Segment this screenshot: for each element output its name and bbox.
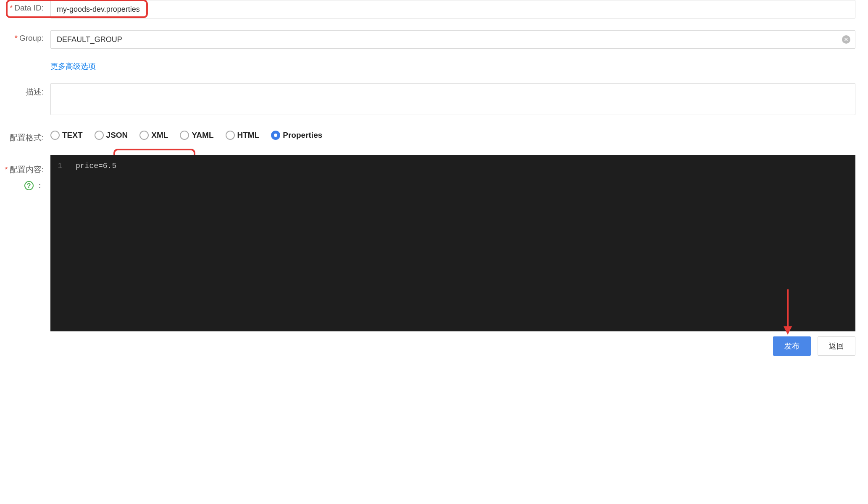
- row-data-id: *Data ID:: [0, 0, 868, 18]
- label-group: *Group:: [0, 30, 50, 43]
- field-format: TEXT JSON XML YAML HTML Properties: [50, 129, 868, 140]
- line-text: price=6.5: [67, 161, 116, 171]
- line-number: 1: [50, 161, 67, 171]
- field-group: ✕: [50, 30, 868, 49]
- radio-circle-icon: [50, 131, 60, 140]
- code-editor[interactable]: 1 price=6.5: [50, 155, 855, 331]
- data-id-input[interactable]: [50, 0, 855, 18]
- radio-circle-icon: [95, 131, 104, 140]
- radio-label-json: JSON: [106, 131, 128, 140]
- back-button[interactable]: 返回: [818, 336, 855, 356]
- label-format: 配置格式:: [0, 129, 50, 143]
- row-description: 描述:: [0, 83, 868, 117]
- field-more-options: 更多高级选项: [50, 60, 868, 71]
- more-options-link[interactable]: 更多高级选项: [50, 60, 96, 71]
- group-input-wrapper: ✕: [50, 30, 855, 49]
- required-marker: *: [15, 34, 18, 42]
- radio-yaml[interactable]: YAML: [180, 131, 213, 140]
- help-colon: ：: [36, 181, 44, 190]
- clear-icon[interactable]: ✕: [842, 35, 850, 44]
- radio-circle-icon: [226, 131, 235, 140]
- field-description: [50, 83, 868, 117]
- radio-html[interactable]: HTML: [226, 131, 260, 140]
- radio-label-yaml: YAML: [192, 131, 213, 140]
- group-input[interactable]: [50, 30, 855, 49]
- group-label-text: Group:: [19, 34, 44, 42]
- spacer-label: [0, 60, 50, 64]
- label-description: 描述:: [0, 83, 50, 97]
- radio-circle-icon: [139, 131, 149, 140]
- field-data-id: [50, 0, 868, 18]
- radio-json[interactable]: JSON: [95, 131, 128, 140]
- format-radio-group: TEXT JSON XML YAML HTML Properties: [50, 129, 855, 140]
- radio-properties[interactable]: Properties: [271, 131, 322, 140]
- content-help-line: ? ：: [24, 180, 44, 191]
- data-id-label-text: Data ID:: [14, 3, 44, 12]
- radio-circle-icon: [180, 131, 189, 140]
- required-marker: *: [5, 165, 8, 174]
- radio-label-html: HTML: [237, 131, 260, 140]
- radio-xml[interactable]: XML: [139, 131, 168, 140]
- radio-label-properties: Properties: [283, 131, 322, 140]
- code-line: 1 price=6.5: [50, 161, 855, 171]
- field-content: 1 price=6.5: [50, 155, 868, 331]
- content-label-line: *配置内容:: [5, 164, 44, 175]
- radio-label-text: TEXT: [62, 131, 83, 140]
- label-data-id: *Data ID:: [0, 0, 50, 13]
- help-icon[interactable]: ?: [24, 181, 34, 190]
- description-textarea[interactable]: [50, 83, 855, 115]
- annotation-arrow-icon: [781, 289, 794, 336]
- content-label-text: 配置内容:: [10, 165, 44, 174]
- radio-text[interactable]: TEXT: [50, 131, 83, 140]
- row-format: 配置格式: TEXT JSON XML YAML HTML: [0, 129, 868, 143]
- row-more-options: 更多高级选项: [0, 60, 868, 71]
- editor-wrapper: 1 price=6.5: [50, 155, 855, 331]
- button-row: 发布 返回: [0, 331, 868, 356]
- row-content: *配置内容: ? ： 1 price=6.5: [0, 155, 868, 331]
- content-label-block: *配置内容: ? ：: [0, 164, 44, 191]
- required-marker: *: [10, 3, 13, 12]
- row-group: *Group: ✕: [0, 30, 868, 49]
- publish-button[interactable]: 发布: [773, 336, 811, 356]
- radio-label-xml: XML: [151, 131, 168, 140]
- label-content: *配置内容: ? ：: [0, 155, 50, 191]
- radio-circle-icon: [271, 131, 280, 140]
